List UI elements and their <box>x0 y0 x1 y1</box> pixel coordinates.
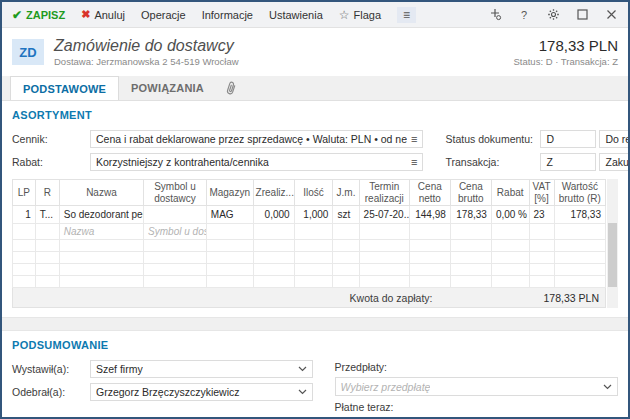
table-row[interactable]: 1 T... So dezodorant perf... MAG 0,000 1… <box>13 206 606 224</box>
header-summary: 178,33 PLN Status: D · Transakcja: Z <box>513 37 618 67</box>
attachments-button[interactable] <box>216 76 246 100</box>
kwota-label: Kwota do zapłaty: <box>350 292 433 304</box>
cell-empty[interactable] <box>529 224 554 240</box>
cell-nazwa[interactable]: So dezodorant perf... <box>59 206 143 224</box>
flag-label: Flaga <box>354 9 382 21</box>
status-code: D <box>546 133 554 145</box>
cancel-button[interactable]: ✖ Anuluj <box>81 8 125 21</box>
window-controls: ? <box>488 8 618 22</box>
status-line: Status: D · Transakcja: Z <box>513 56 618 67</box>
cennik-label: Cennik: <box>12 133 90 145</box>
col-lp[interactable]: LP <box>13 180 36 206</box>
cell-empty[interactable] <box>554 224 605 240</box>
more-menu-button[interactable]: ≡ <box>397 7 416 23</box>
cell-jm[interactable]: szt <box>333 206 359 224</box>
close-icon[interactable] <box>604 8 618 22</box>
status-select[interactable]: Do realizacji <box>599 130 628 148</box>
rabat-value: Korzystniejszy z kontrahenta/cennika <box>96 156 269 168</box>
col-zrealiz[interactable]: Zrealiz... <box>253 180 294 206</box>
table-scrollbar[interactable] <box>607 179 618 308</box>
transakcja-select[interactable]: Zakup krajowy <box>599 153 628 171</box>
col-vat[interactable]: VAT [%] <box>529 180 554 206</box>
transakcja-code-field[interactable]: Z <box>540 153 596 171</box>
scrollbar-thumb[interactable] <box>608 223 617 287</box>
cell-empty[interactable] <box>333 224 359 240</box>
cell-vat[interactable]: 23 <box>529 206 554 224</box>
save-label: ZAPISZ <box>26 9 65 21</box>
cell-termin[interactable]: 25-07-20... <box>359 206 409 224</box>
col-wartosc[interactable]: Wartość brutto (R) <box>554 180 605 206</box>
col-magazyn[interactable]: Magazyn <box>206 180 253 206</box>
save-button[interactable]: ✔ ZAPISZ <box>12 8 65 22</box>
cell-empty[interactable] <box>450 224 491 240</box>
cell-r[interactable]: T... <box>35 206 59 224</box>
help-icon[interactable]: ? <box>517 8 531 22</box>
cell-empty[interactable] <box>409 224 450 240</box>
wystawil-value: Szef firmy <box>96 363 143 375</box>
menu-operacje[interactable]: Operacje <box>141 9 186 21</box>
cell-empty[interactable] <box>13 224 36 240</box>
cell-symbol[interactable] <box>144 206 207 224</box>
cell-zrealiz[interactable]: 0,000 <box>253 206 294 224</box>
flag-button[interactable]: ☆ Flaga <box>339 8 381 22</box>
col-ilosc[interactable]: Ilość <box>294 180 333 206</box>
col-rabat[interactable]: Rabat <box>491 180 529 206</box>
odebral-select[interactable]: Grzegorz Brzęczyszczykiewicz <box>90 383 313 401</box>
menu-ustawienia[interactable]: Ustawienia <box>269 9 323 21</box>
items-table: LP R Nazwa Symbol u dostawcy Magazyn Zre… <box>12 179 606 288</box>
col-termin[interactable]: Termin realizacji <box>359 180 409 206</box>
items-table-zone: LP R Nazwa Symbol u dostawcy Magazyn Zre… <box>12 179 618 308</box>
rabat-field[interactable]: Korzystniejszy z kontrahenta/cennika ≡ <box>90 153 423 171</box>
cell-cena-brutto[interactable]: 178,33 <box>450 206 491 224</box>
wystawil-select[interactable]: Szef firmy <box>90 360 313 378</box>
main-content: ASORTYMENT Cennik: Cena i rabat deklarow… <box>2 101 628 417</box>
col-r[interactable]: R <box>35 180 59 206</box>
transakcja-code: Z <box>546 156 552 168</box>
tab-powiazania[interactable]: POWIĄZANIA <box>119 76 216 100</box>
new-item-symbol-placeholder[interactable]: Symbol u dos... <box>144 224 207 240</box>
col-cena-netto[interactable]: Cena netto <box>409 180 450 206</box>
cell-empty[interactable] <box>35 224 59 240</box>
empty-row <box>13 276 606 288</box>
col-jm[interactable]: J.m. <box>333 180 359 206</box>
col-nazwa[interactable]: Nazwa <box>59 180 143 206</box>
document-window: ✔ ZAPISZ ✖ Anuluj Operacje Informacje Us… <box>0 0 630 419</box>
menu-informacje[interactable]: Informacje <box>202 9 253 21</box>
maximize-icon[interactable] <box>575 8 589 22</box>
add-window-icon[interactable] <box>488 8 502 22</box>
cell-empty[interactable] <box>253 224 294 240</box>
cell-empty[interactable] <box>491 224 529 240</box>
cell-wartosc[interactable]: 178,33 <box>554 206 605 224</box>
cell-empty[interactable] <box>359 224 409 240</box>
cell-empty[interactable] <box>206 224 253 240</box>
cancel-label: Anuluj <box>94 9 125 21</box>
col-symbol[interactable]: Symbol u dostawcy <box>144 180 207 206</box>
new-item-row[interactable]: Nazwa Symbol u dos... <box>13 224 606 240</box>
cell-lp[interactable]: 1 <box>13 206 36 224</box>
list-menu-icon[interactable]: ≡ <box>407 156 417 168</box>
cell-magazyn[interactable]: MAG <box>206 206 253 224</box>
assortment-fields: Cennik: Cena i rabat deklarowane przez s… <box>12 130 618 171</box>
cell-ilosc[interactable]: 1,000 <box>294 206 333 224</box>
status-code-field[interactable]: D <box>540 130 596 148</box>
assortment-section: ASORTYMENT Cennik: Cena i rabat deklarow… <box>2 101 628 308</box>
cell-cena-netto[interactable]: 144,98 <box>409 206 450 224</box>
chevron-down-icon <box>298 389 307 395</box>
settings-gear-icon[interactable] <box>546 8 560 22</box>
empty-row <box>13 252 606 264</box>
summary-title: PODSUMOWANIE <box>12 339 618 351</box>
list-menu-icon[interactable]: ≡ <box>407 133 417 145</box>
new-item-nazwa-placeholder[interactable]: Nazwa <box>59 224 143 240</box>
chevron-down-icon <box>603 384 612 390</box>
cennik-field[interactable]: Cena i rabat deklarowane przez sprzedawc… <box>90 130 423 148</box>
przedplaty-select[interactable]: Wybierz przedpłatę <box>335 377 618 396</box>
menu-informacje-label: Informacje <box>202 9 253 21</box>
menu-ustawienia-label: Ustawienia <box>269 9 323 21</box>
table-header-row: LP R Nazwa Symbol u dostawcy Magazyn Zre… <box>13 180 606 206</box>
col-cena-brutto[interactable]: Cena brutto <box>450 180 491 206</box>
cell-rabat[interactable]: 0,00 % <box>491 206 529 224</box>
odebral-value: Grzegorz Brzęczyszczykiewicz <box>96 386 240 398</box>
status-dokumentu-label: Status dokumentu: <box>445 133 540 145</box>
tab-podstawowe[interactable]: PODSTAWOWE <box>10 76 119 100</box>
cell-empty[interactable] <box>294 224 333 240</box>
